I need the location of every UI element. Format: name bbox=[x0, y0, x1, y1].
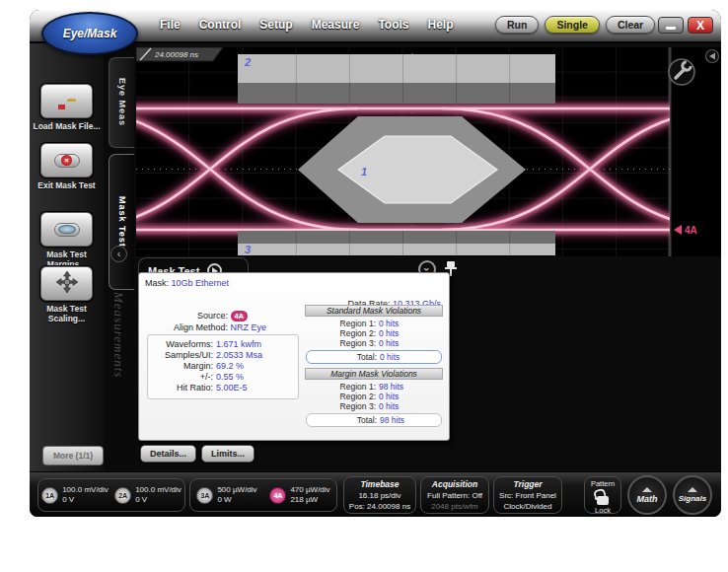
region-2-label: 2 bbox=[244, 56, 251, 68]
chevron-up-icon bbox=[642, 487, 652, 492]
mask-region-2 bbox=[238, 54, 555, 104]
sidebar: Load Mask File... × Exit Mask Test Mask … bbox=[30, 43, 104, 471]
margin-value: 69.2 % bbox=[216, 361, 244, 371]
channel-group-electrical: 1A 100.0 mV/div0 V 2A 100.0 mV/div0 V bbox=[37, 478, 185, 512]
channel-group-optical: 3A 500 µW/div0 W 4A 470 µW/div218 µW bbox=[189, 478, 337, 512]
minimize-icon bbox=[666, 27, 676, 30]
mask-region-3 bbox=[238, 231, 555, 255]
scaling-arrows-icon bbox=[55, 270, 79, 298]
limits-button[interactable]: Limits... bbox=[201, 445, 255, 463]
mgn-region-2-row: Region 2:0 hits bbox=[305, 392, 443, 401]
display-collapse-arrow[interactable] bbox=[706, 50, 719, 63]
mask-test-panel: Mask Test › Mask: 10Gb Ethernet Data Rat… bbox=[136, 256, 721, 471]
eye-diagram-display: 2 3 1 24.00098 ns bbox=[136, 47, 721, 256]
run-button[interactable]: Run bbox=[495, 16, 539, 34]
exit-mask-test-label: Exit Mask Test bbox=[30, 180, 104, 190]
mask-stats-box: Waveforms:1.671 kwfm Samples/UI:2.0533 M… bbox=[147, 334, 299, 399]
align-method-label: Align Method: bbox=[139, 322, 228, 332]
channel-4a-marker: 4A bbox=[674, 225, 697, 236]
region-3-label: 3 bbox=[245, 244, 251, 255]
channel-1a-badge: 1A bbox=[41, 487, 58, 504]
pattern-lock-button[interactable]: Pattern Lock bbox=[584, 476, 621, 514]
channel-2a[interactable]: 2A 100.0 mV/div0 V bbox=[114, 485, 182, 505]
mask-test-scaling-button[interactable] bbox=[40, 266, 93, 301]
align-method-value: NRZ Eye bbox=[231, 322, 267, 332]
eye-diagram-svg: 2 3 1 24.00098 ns bbox=[136, 47, 721, 256]
waveforms-label: Waveforms: bbox=[148, 339, 213, 349]
source-channel-badge: 4A bbox=[231, 311, 249, 322]
std-region-2-row: Region 2:0 hits bbox=[305, 328, 443, 338]
channel-4a-badge: 4A bbox=[269, 487, 286, 504]
waveforms-value: 1.671 kwfm bbox=[216, 339, 261, 349]
plus-minus-label: +/-: bbox=[148, 372, 213, 382]
channel-1a[interactable]: 1A 100.0 mV/div0 V bbox=[41, 485, 109, 505]
exit-mask-test-button[interactable]: × bbox=[40, 143, 93, 178]
menu-bar: File Control Setup Measure Tools Help bbox=[160, 18, 454, 32]
samples-ui-label: Samples/UI: bbox=[148, 350, 213, 360]
measurements-panel-label: Measurements bbox=[110, 292, 126, 460]
trigger-panel[interactable]: Trigger Src: Front Panel Clock/Divided bbox=[493, 476, 562, 514]
app-logo: Eye/Mask bbox=[41, 12, 138, 55]
wrench-icon[interactable] bbox=[669, 59, 694, 85]
tab-eye-meas[interactable]: Eye Meas bbox=[109, 57, 134, 148]
chevron-up-icon bbox=[688, 487, 697, 492]
mask-test-results-card: Mask: 10Gb Ethernet Data Rate: 10.313 Gb… bbox=[138, 272, 450, 441]
acquisition-panel[interactable]: Acquisition Full Pattern: Off 2048 pts/w… bbox=[420, 476, 489, 514]
panel-button-row: Details... Limits... bbox=[140, 445, 255, 463]
sidebar-collapse-button[interactable]: ‹ bbox=[110, 246, 127, 262]
screenshot-page: File Control Setup Measure Tools Help Ru… bbox=[0, 0, 728, 572]
mask-value: 10Gb Ethernet bbox=[172, 278, 230, 288]
svg-text:24.00098 ns: 24.00098 ns bbox=[154, 50, 198, 59]
tab-mask-test[interactable]: Mask Test bbox=[109, 154, 134, 290]
math-button[interactable]: Math bbox=[627, 475, 667, 515]
margin-label: Margin: bbox=[148, 361, 213, 371]
timebase-panel[interactable]: Timebase 16.18 ps/div Pos: 24.00098 ns bbox=[343, 476, 416, 514]
timebase-readout-tab: 24.00098 ns bbox=[136, 47, 223, 61]
window-controls: X bbox=[658, 17, 713, 34]
app-window: File Control Setup Measure Tools Help Ru… bbox=[30, 10, 721, 517]
mask-label: Mask: bbox=[145, 278, 169, 288]
channel-3a-badge: 3A bbox=[196, 487, 213, 504]
standard-violations-header: Standard Mask Violations bbox=[305, 305, 443, 317]
hit-ratio-label: Hit Ratio: bbox=[148, 383, 213, 393]
menu-measure[interactable]: Measure bbox=[312, 18, 360, 32]
std-region-3-row: Region 3:0 hits bbox=[305, 338, 443, 348]
clear-button[interactable]: Clear bbox=[606, 16, 655, 34]
channel-2a-badge: 2A bbox=[114, 487, 131, 504]
close-button[interactable]: X bbox=[688, 17, 713, 34]
signals-button[interactable]: Signals bbox=[673, 475, 712, 515]
std-total-box: Total:0 hits bbox=[306, 350, 442, 364]
svg-text:4A: 4A bbox=[685, 225, 697, 236]
menu-control[interactable]: Control bbox=[199, 18, 242, 32]
margin-violations-header: Margin Mask Violations bbox=[305, 368, 443, 380]
plus-minus-value: 0.55 % bbox=[216, 372, 244, 382]
more-button[interactable]: More (1/1) bbox=[42, 446, 104, 465]
mgn-region-3-row: Region 3:0 hits bbox=[305, 401, 443, 411]
single-button[interactable]: Single bbox=[545, 16, 600, 34]
load-mask-file-label: Load Mask File... bbox=[30, 121, 104, 131]
std-region-1-row: Region 1:0 hits bbox=[305, 319, 443, 328]
minimize-button[interactable] bbox=[658, 17, 684, 34]
menu-help[interactable]: Help bbox=[427, 18, 453, 32]
samples-ui-value: 2.0533 Msa bbox=[216, 350, 262, 360]
details-button[interactable]: Details... bbox=[140, 445, 196, 463]
menu-setup[interactable]: Setup bbox=[259, 18, 292, 32]
menu-file[interactable]: File bbox=[160, 18, 181, 32]
region-1-label: 1 bbox=[361, 166, 367, 178]
source-label: Source: bbox=[139, 311, 228, 321]
acquisition-controls: Run Single Clear bbox=[495, 16, 655, 34]
channel-3a[interactable]: 3A 500 µW/div0 W bbox=[196, 485, 256, 505]
status-bar: 1A 100.0 mV/div0 V 2A 100.0 mV/div0 V 3A… bbox=[30, 471, 721, 517]
mask-test-scaling-label: Mask Test Scaling... bbox=[30, 304, 104, 323]
mask-margins-icon bbox=[54, 223, 80, 237]
open-lock-icon bbox=[597, 496, 609, 505]
channel-4a[interactable]: 4A 470 µW/div218 µW bbox=[269, 485, 329, 505]
mgn-region-1-row: Region 1:98 hits bbox=[305, 382, 443, 392]
load-mask-file-button[interactable] bbox=[40, 84, 93, 118]
hit-ratio-value: 5.00E-5 bbox=[216, 383, 248, 393]
mgn-total-box: Total:98 hits bbox=[306, 413, 442, 427]
exit-mask-test-icon: × bbox=[54, 154, 80, 168]
menu-tools[interactable]: Tools bbox=[378, 18, 408, 32]
mask-test-margins-button[interactable] bbox=[40, 212, 93, 247]
